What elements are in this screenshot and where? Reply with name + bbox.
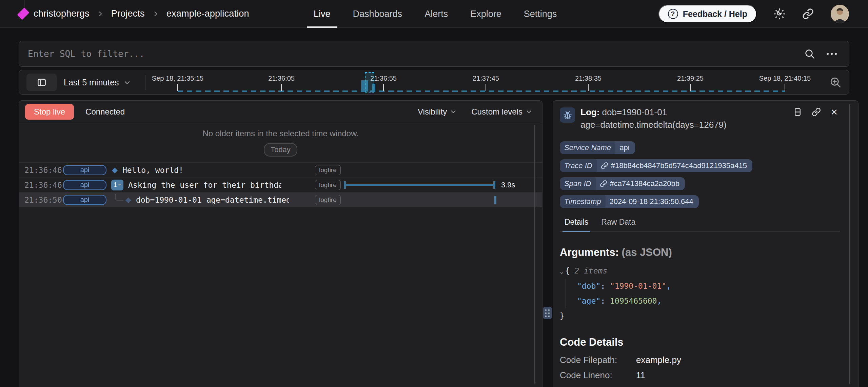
detail-tabs: Details Raw Data [560,218,840,232]
top-nav: christophergs Projects example-applicati… [0,0,868,28]
sql-filter-input[interactable] [19,41,804,66]
tab-alerts[interactable]: Alerts [418,0,455,28]
tab-explore[interactable]: Explore [463,0,508,28]
visibility-label: Visibility [418,107,447,117]
breadcrumb-project[interactable]: example-application [166,8,249,19]
json-number-value: 1095465600 [610,297,657,305]
timeline-tick [383,84,384,91]
arguments-heading-suffix: (as JSON) [622,246,672,258]
trace-id-badge[interactable]: Trace ID #18b84cb4847b5d574c4ad9121935a4… [560,159,752,172]
search-icon[interactable] [804,48,815,59]
logfire-tag[interactable]: logfire [315,165,341,175]
collapse-caret-icon[interactable]: ⌄ [560,267,564,275]
detail-title: Log: dob=1990-01-01 age=datetime.timedel… [580,106,777,131]
json-body: "dob": "1990-01-01", "age": 1095465600, [566,279,840,308]
timeline-tick-label: Sep 18, 21:40:15 [759,75,811,82]
json-string-value: "1990-01-01" [610,282,666,290]
span-id-badge[interactable]: Span ID #ca741384ca2a20bb [560,177,685,190]
tab-details[interactable]: Details [565,218,588,231]
chevron-right-icon [97,11,104,17]
json-colon: : [600,282,605,290]
chevron-down-icon [123,79,131,87]
feedback-help-button[interactable]: ? Feedback / Help [658,5,757,23]
badge-label: Service Name [560,141,615,154]
scrollbar[interactable] [849,104,850,384]
badge-value: api [619,143,629,152]
time-range-selector[interactable]: Last 5 minutes [64,70,131,95]
nav-actions: ? Feedback / Help [658,0,849,28]
badge-value: 2024-09-18 21:36:50.644 [610,197,693,206]
divider [145,75,145,90]
json-close-brace: } [560,311,565,320]
arguments-heading: Arguments: (as JSON) [560,246,840,259]
badge-value: #ca741384ca2a20bb [610,179,680,188]
logfire-logo-icon[interactable] [17,7,29,20]
breadcrumb: christophergs Projects example-applicati… [0,8,249,19]
json-entry: "age": 1095465600, [577,293,840,308]
service-badge[interactable]: api [63,180,106,190]
tab-live[interactable]: Live [307,0,337,28]
sidebar-toggle-button[interactable] [26,74,57,91]
log-message: dob=1990-01-01 age=datetime.timede [136,196,289,204]
service-badge[interactable]: api [63,195,106,205]
custom-levels-label: Custom levels [471,107,522,117]
logfire-tag[interactable]: logfire [315,195,341,205]
breadcrumb-section[interactable]: Projects [111,8,145,19]
share-link-icon[interactable] [802,8,814,20]
timeline-tick [588,84,589,91]
chevron-right-icon [152,11,159,17]
service-name-badge[interactable]: Service Name api [560,141,635,154]
json-key: "age" [577,297,600,305]
split-panel-icon[interactable] [793,107,802,117]
timeline-selection-window[interactable] [365,72,374,93]
log-row[interactable]: 21:36:46 api ◆ Hello, world! logfire [19,163,542,178]
log-row[interactable]: 21:36:46 api 1− Asking the user for thei… [19,178,542,192]
collapse-children-badge[interactable]: 1− [111,180,123,190]
timeline-tick-label: Sep 18, 21:35:15 [152,75,203,82]
timeline-tick [281,84,282,91]
log-message: Asking the user for their birthday [128,181,281,189]
code-details-heading: Code Details [560,336,840,348]
more-options-icon[interactable] [827,53,837,55]
breadcrumb-org[interactable]: christophergs [34,8,90,19]
panel-resize-handle[interactable] [543,307,552,319]
custom-levels-dropdown[interactable]: Custom levels [471,107,533,117]
service-badge[interactable]: api [63,165,106,175]
stop-live-button[interactable]: Stop live [25,104,74,120]
close-icon[interactable]: ✕ [830,108,838,117]
timeline-tick-label: 21:38:35 [575,75,601,82]
json-items-note: 2 items [574,266,607,275]
copy-link-icon[interactable] [812,107,821,117]
timestamp-badge[interactable]: Timestamp 2024-09-18 21:36:50.644 [560,195,699,208]
code-lineno-label: Code Lineno: [560,368,636,383]
tab-raw-data[interactable]: Raw Data [601,218,635,231]
bug-icon [560,107,575,123]
code-lineno-value: 11 [636,368,645,383]
today-button[interactable]: Today [264,143,297,157]
link-icon [600,180,607,187]
user-avatar[interactable] [831,5,849,23]
tab-dashboards[interactable]: Dashboards [346,0,409,28]
log-time: 21:36:46 [19,166,57,175]
timeline-tick-label: 21:36:05 [268,75,295,82]
json-root-line: ⌄{2 items [560,263,840,279]
question-circle-icon: ? [668,9,678,19]
theme-toggle-icon[interactable] [774,8,785,20]
detail-header-actions: ✕ [793,107,838,117]
code-lineno-row: Code Lineno: 11 [560,368,840,383]
tab-settings[interactable]: Settings [517,0,564,28]
tree-connector [115,194,123,201]
logfire-tag[interactable]: logfire [315,180,341,190]
timeline-track[interactable]: Sep 18, 21:35:15 21:36:05 21:36:55 21:37… [150,70,823,94]
scrollbar[interactable] [534,125,535,384]
json-key: "dob" [577,282,600,290]
log-row-selected[interactable]: 21:36:50 api ◆ dob=1990-01-01 age=dateti… [19,192,542,207]
log-detail-panel: Log: dob=1990-01-01 age=datetime.timedel… [553,100,859,387]
empty-state-notice: No older items in the selected time wind… [202,129,358,138]
log-message: Hello, world! [122,166,183,175]
badge-label: Timestamp [560,195,606,208]
visibility-dropdown[interactable]: Visibility [418,107,457,117]
zoom-in-icon[interactable] [829,76,842,88]
log-diamond-icon: ◆ [125,196,131,204]
json-viewer: ⌄{2 items "dob": "1990-01-01", "age": 10… [560,263,840,323]
